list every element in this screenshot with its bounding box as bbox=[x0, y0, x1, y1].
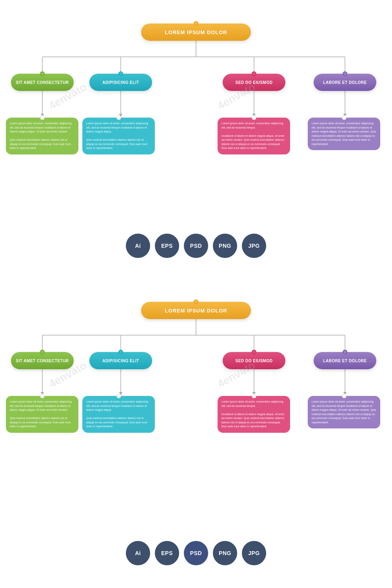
node-purple-label-1: LABORE ET DOLORE bbox=[323, 80, 367, 85]
content-text-teal-1: Lorem ipsum dolor sit amet, consectetur … bbox=[86, 122, 151, 151]
node-teal-label-1: ADIPISICING ELIT bbox=[102, 80, 139, 85]
badge-eps-2: EPS bbox=[155, 541, 179, 565]
content-text-purple-2: Lorem ipsum dolor sit amet, consectetur … bbox=[312, 400, 376, 425]
node-pink-label-2: SED DO EIUSMOD bbox=[236, 359, 273, 363]
badges-row-1: Ai EPS PSD PNG JPG bbox=[126, 227, 266, 265]
root-dot-1 bbox=[194, 21, 198, 26]
dot-teal-2 bbox=[118, 350, 123, 354]
content-dot-teal-2 bbox=[116, 394, 121, 398]
content-dot-pink-2 bbox=[252, 394, 256, 398]
badge-section-2: Ai EPS PSD PNG JPG bbox=[0, 530, 392, 582]
badge-psd-1: PSD bbox=[184, 234, 208, 258]
dot-pink-1 bbox=[252, 71, 256, 76]
node-pink-1: SED DO EIUSMOD bbox=[223, 74, 285, 91]
dot-purple-1 bbox=[343, 71, 347, 76]
badge-ai-1: Ai bbox=[126, 234, 150, 258]
badge-eps-1: EPS bbox=[155, 234, 179, 258]
badge-jpg-2: JPG bbox=[242, 541, 266, 565]
content-dot-purple-2 bbox=[342, 394, 347, 398]
badge-png-2: PNG bbox=[213, 541, 237, 565]
diagram-section-2: 4envato 4envato LOREM IPSUM DOLOR SIT AM… bbox=[0, 278, 392, 588]
badge-psd-2: PSD bbox=[184, 541, 208, 565]
node-purple-2: LABORE ET DOLORE bbox=[314, 352, 376, 369]
root-dot-2 bbox=[194, 299, 198, 304]
root-label-1: LOREM IPSUM DOLOR bbox=[165, 29, 227, 35]
dot-pink-2 bbox=[252, 350, 256, 354]
node-teal-1: ADIPISICING ELIT bbox=[89, 74, 152, 91]
content-box-green-1: Lorem ipsum dolor sit amet, consectetur … bbox=[6, 118, 78, 154]
node-pink-2: SED DO EIUSMOD bbox=[223, 352, 285, 369]
node-teal-2: ADIPISICING ELIT bbox=[89, 352, 152, 369]
root-node-2: LOREM IPSUM DOLOR bbox=[141, 302, 251, 319]
content-box-purple-2: Lorem ipsum dolor sit amet, consectetur … bbox=[308, 396, 380, 428]
content-text-pink-2: Lorem ipsum dolor sit amet, consectetur … bbox=[221, 400, 286, 429]
content-box-teal-2: Lorem ipsum dolor sit amet, consectetur … bbox=[82, 396, 155, 433]
content-dot-pink-1 bbox=[252, 115, 256, 120]
node-purple-label-2: LABORE ET DOLORE bbox=[323, 359, 367, 363]
node-pink-label-1: SED DO EIUSMOD bbox=[236, 80, 273, 85]
node-green-label-1: SIT AMET CONSECTETUR bbox=[16, 80, 69, 85]
dot-green-2 bbox=[40, 350, 45, 354]
content-dot-green-1 bbox=[40, 115, 45, 120]
root-node-1: LOREM IPSUM DOLOR bbox=[141, 24, 251, 41]
content-box-pink-2: Lorem ipsum dolor sit amet, consectetur … bbox=[218, 396, 290, 433]
content-dot-purple-1 bbox=[342, 115, 347, 120]
node-teal-label-2: ADIPISICING ELIT bbox=[102, 359, 139, 363]
diagram-section-1: 4envato 4envato LOREM IPSUM DOLOR SIT AM… bbox=[0, 0, 392, 278]
content-dot-teal-1 bbox=[116, 115, 121, 120]
dot-green-1 bbox=[40, 71, 45, 76]
content-box-pink-1: Lorem ipsum dolor sit amet, consectetur … bbox=[218, 118, 290, 154]
content-text-teal-2: Lorem ipsum dolor sit amet, consectetur … bbox=[86, 400, 151, 429]
dot-teal-1 bbox=[118, 71, 123, 76]
content-box-purple-1: Lorem ipsum dolor sit amet, consectetur … bbox=[308, 118, 380, 150]
content-box-teal-1: Lorem ipsum dolor sit amet, consectetur … bbox=[82, 118, 155, 154]
badge-ai-2: Ai bbox=[126, 541, 150, 565]
content-box-green-2: Lorem ipsum dolor sit amet, consectetur … bbox=[6, 396, 78, 433]
content-text-purple-1: Lorem ipsum dolor sit amet, consectetur … bbox=[312, 122, 376, 146]
node-green-label-2: SIT AMET CONSECTETUR bbox=[16, 359, 69, 363]
dot-purple-2 bbox=[343, 350, 347, 354]
node-purple-1: LABORE ET DOLORE bbox=[314, 74, 376, 91]
content-text-pink-1: Lorem ipsum dolor sit amet, consectetur … bbox=[221, 122, 286, 151]
badge-section-1: Ai EPS PSD PNG JPG bbox=[0, 223, 392, 274]
content-text-green-1: Lorem ipsum dolor sit amet, consectetur … bbox=[10, 122, 74, 151]
badges-row-2: Ai EPS PSD PNG JPG bbox=[126, 534, 266, 572]
node-green-2: SIT AMET CONSECTETUR bbox=[11, 352, 74, 369]
badge-png-1: PNG bbox=[213, 234, 237, 258]
node-green-1: SIT AMET CONSECTETUR bbox=[11, 74, 74, 91]
content-dot-green-2 bbox=[40, 394, 45, 398]
root-label-2: LOREM IPSUM DOLOR bbox=[165, 308, 227, 314]
content-text-green-2: Lorem ipsum dolor sit amet, consectetur … bbox=[10, 400, 74, 429]
badge-jpg-1: JPG bbox=[242, 234, 266, 258]
